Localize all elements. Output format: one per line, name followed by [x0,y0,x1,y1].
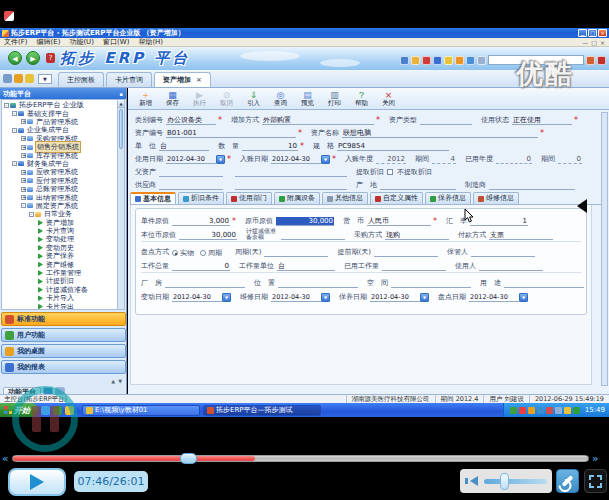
document-tab[interactable]: 卡片查询 [106,72,152,87]
date-dropdown-icon[interactable]: ▼ [321,155,330,164]
maximize-button[interactable]: □ [588,29,597,37]
field-value-input[interactable]: 正在使用 [512,116,572,125]
progress-thumb[interactable] [180,453,197,464]
favorite-icon[interactable] [3,74,12,83]
tree-expander-icon[interactable]: + [21,170,26,175]
menu-item[interactable]: 文件(F) [4,37,28,47]
tray-icon[interactable] [573,407,580,414]
date-value-input[interactable]: 2012-04-30 [370,293,420,302]
menu-item[interactable]: 编辑(E) [37,37,61,47]
field-value-input[interactable]: 现购 [385,231,449,240]
tree-expander-icon[interactable]: - [12,161,17,166]
task-button[interactable]: E:\视频\y教材01 [82,405,200,416]
date-value-input[interactable]: 2012-04-30 [271,293,321,302]
field-value-input[interactable]: 10 [242,142,298,151]
back-button[interactable]: ◀ [8,51,22,65]
tray-icon[interactable] [519,407,526,414]
tray-icon[interactable] [537,407,544,414]
fullscreen-button[interactable] [584,469,607,493]
field-value-input[interactable]: 人民币 [367,217,431,226]
date-field[interactable]: 2012-04-30 ▼ [271,155,330,164]
field-value-input[interactable] [489,181,575,190]
field-value-input[interactable]: 4 [432,155,456,164]
date-dropdown-icon[interactable]: ▼ [321,293,330,302]
radio-group[interactable]: 实物 周期 [172,249,226,257]
field-value-input[interactable]: 办公设备类 [166,116,216,125]
rewind-icon[interactable]: « [2,453,8,465]
tray-icon[interactable] [564,407,571,414]
menu-item[interactable]: 功能(U) [69,37,94,47]
tree-scrollbar[interactable]: ▲ [117,99,125,310]
date-value-input[interactable]: 2012-04-30 [166,155,216,164]
tray-icon[interactable] [528,407,535,414]
play-button[interactable] [8,468,66,496]
toolbar-button[interactable]: ▦ 保存 [159,91,186,107]
field-value-input[interactable]: 0 [496,155,532,164]
date-field[interactable]: 2012-04-30 ▼ [166,155,225,164]
menu-item[interactable]: 帮助(H) [138,37,163,47]
field-value-input[interactable]: 3,000 [172,217,230,226]
field-value-input[interactable]: 1 [470,217,528,226]
tree-expander-icon[interactable]: + [21,136,26,141]
radio-unchecked-icon[interactable] [200,250,206,256]
banner-tool-icon[interactable] [422,56,431,65]
toolbar-button[interactable]: ▥ 打印 [321,91,348,107]
field-value-input[interactable]: 2012 [376,155,406,164]
volume-thumb[interactable] [500,473,509,490]
detail-tab[interactable]: 维修信息 [473,192,519,204]
banner-tool-icon[interactable] [411,56,420,65]
banner-tool-icon[interactable] [433,56,442,65]
toolbar-button[interactable]: ▤ 预览 [294,91,321,107]
favorite-icon[interactable] [14,74,23,83]
field-value-input[interactable] [471,248,535,257]
task-button[interactable]: 拓步ERP平台—拓步测试 [203,405,321,416]
field-value-input[interactable]: 支票 [489,231,553,240]
tree-expander-icon[interactable]: - [21,203,26,208]
field-value-input[interactable] [504,279,584,288]
toolbar-button[interactable]: × 关闭 [375,91,402,107]
favorite-icon[interactable] [25,74,34,83]
menu-item[interactable]: 窗口(W) [103,37,129,47]
field-value-input[interactable] [159,181,223,190]
sidebar-nav-button[interactable]: 用户功能 [1,328,126,342]
date-value-input[interactable]: 2012-04-30 [271,155,321,164]
detail-tab[interactable]: 使用部门 [226,192,272,204]
volume-slider[interactable] [484,479,547,484]
field-value-input[interactable]: PC9854 [337,142,449,151]
tree-expander-icon[interactable]: - [4,103,9,108]
field-value-input[interactable]: 0 [172,262,230,271]
forward-button[interactable]: ▶ [26,51,40,65]
date-field[interactable]: 2012-04-30 ▼ [172,293,231,302]
date-field[interactable]: 2012-04-30 ▼ [370,293,429,302]
toolbar-button[interactable]: ⊘ 取消 [213,91,240,107]
toolbar-button[interactable]: ？ 帮助 [348,91,375,107]
toolbar-button[interactable]: ▶ 执行 [186,91,213,107]
toolbar-button[interactable]: ◎ 查询 [267,91,294,107]
field-value-input[interactable]: 外部购置 [262,116,374,125]
tray-icon[interactable] [546,407,553,414]
child-minimize-icon[interactable]: — [582,39,588,46]
field-value-input[interactable] [235,168,347,177]
detail-tab[interactable]: 折旧条件 [178,192,224,204]
date-value-input[interactable]: 2012-04-30 [469,293,519,302]
scrollbar-thumb[interactable] [119,109,123,149]
content-scrollbar[interactable] [601,112,608,386]
tree-expander-icon[interactable]: - [12,128,17,133]
checkbox-field[interactable]: 不提取折旧 [387,168,432,177]
document-tab[interactable]: 资产增加 × [154,72,211,87]
field-value-input[interactable] [264,248,328,257]
tree-expander-icon[interactable]: + [21,119,26,124]
field-value-input[interactable] [374,248,438,257]
field-value-input[interactable] [159,168,223,177]
sidebar-nav-button[interactable]: 我的桌面 [1,344,126,358]
date-dropdown-icon[interactable]: ▼ [216,155,225,164]
toolbar-button[interactable]: ＋ 新增 [132,91,159,107]
collapse-panel-icon[interactable] [577,199,587,213]
field-value-input[interactable]: 台 [277,262,335,271]
detail-tab[interactable]: 自定义属性 [370,192,423,204]
close-button[interactable]: × [598,29,607,37]
tree-expander-icon[interactable]: + [21,145,26,150]
field-value-input[interactable] [235,181,347,190]
minimize-button[interactable]: ▁ [578,29,587,37]
child-close-icon[interactable]: × [600,39,605,46]
